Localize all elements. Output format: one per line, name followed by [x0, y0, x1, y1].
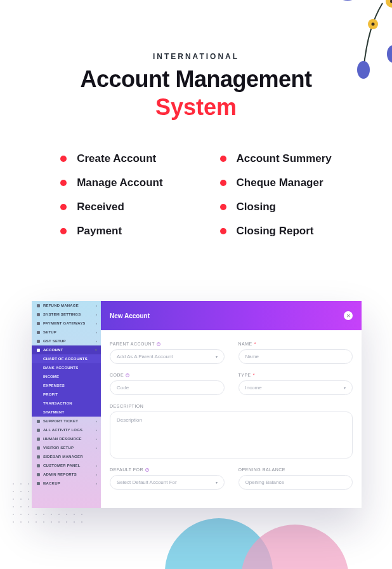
- chevron-right-icon: ›: [96, 464, 97, 467]
- sidebar-subitem-chart-of-accounts[interactable]: CHART OF ACCOUNTS: [32, 354, 101, 363]
- chevron-down-icon: ▾: [344, 385, 346, 390]
- chevron-right-icon: ›: [96, 437, 97, 441]
- input-placeholder: Code: [117, 385, 129, 391]
- sidebar-item-label: SYSTEM SETTINGS: [43, 312, 81, 316]
- feature-item: Cheque Manager: [220, 177, 332, 189]
- feature-item: Manage Account: [60, 177, 162, 189]
- sidebar-item-label: SETUP: [43, 330, 56, 334]
- sidebar-subitem-income[interactable]: INCOME: [32, 372, 101, 381]
- sidebar-subitem-transaction[interactable]: TRANSACTION: [32, 399, 101, 408]
- type-select[interactable]: Income▾: [238, 380, 353, 395]
- database-icon: [37, 482, 40, 485]
- sidebar-item-gst-setup[interactable]: GST SETUP›: [32, 337, 101, 345]
- feature-col-left: Create Account Manage Account Received P…: [60, 152, 162, 249]
- sidebar-subitem-expenses[interactable]: EXPENSES: [32, 381, 101, 390]
- sidebar-item-admin-reports[interactable]: ADMIN REPORTS›: [32, 470, 101, 479]
- sidebar-item-payment-gateways[interactable]: PAYMENT GATEWAYS›: [32, 319, 101, 328]
- feature-label: Received: [77, 201, 124, 213]
- bullet-icon: [220, 228, 226, 234]
- wrench-icon: [37, 331, 40, 334]
- sidebar-item-system-settings[interactable]: SYSTEM SETTINGS›: [32, 310, 101, 319]
- user-icon: [37, 464, 40, 467]
- feature-label: Closing: [237, 201, 276, 213]
- bullet-icon: [60, 180, 67, 186]
- sidebar-item-label: HUMAN RESOURCE: [43, 437, 82, 441]
- feature-columns: Create Account Manage Account Received P…: [0, 152, 392, 249]
- sidebar-item-customer-panel[interactable]: CUSTOMER PANEL›: [32, 461, 101, 470]
- sidebar-subitem-profit[interactable]: PROFIT: [32, 390, 101, 399]
- list-icon: [37, 429, 40, 432]
- sidebar-item-label: INCOME: [43, 375, 59, 378]
- sidebar-item-label: GST SETUP: [43, 339, 66, 343]
- card-icon: [37, 322, 40, 325]
- label-type: TYPE *: [238, 373, 353, 377]
- textarea-placeholder: Description: [117, 417, 142, 423]
- label-opening-balance: OPENING BALANCE: [238, 467, 353, 472]
- sidebar-item-label: PAYMENT GATEWAYS: [43, 321, 86, 325]
- feature-label: Payment: [77, 225, 122, 238]
- sidebar-subitem-statement[interactable]: STATMENT: [32, 408, 101, 417]
- info-icon[interactable]: ?: [145, 468, 149, 472]
- modal-header: New Account ✕: [101, 301, 362, 330]
- input-placeholder: Opening Balance: [245, 479, 284, 485]
- door-icon: [37, 446, 40, 450]
- description-textarea[interactable]: Description: [110, 412, 353, 459]
- feature-item: Payment: [60, 225, 162, 238]
- sidebar-item-label: REFUND MANAGE: [43, 304, 79, 307]
- code-input[interactable]: Code: [110, 380, 225, 395]
- sidebar-item-refund-manage[interactable]: REFUND MANAGE›: [32, 301, 101, 310]
- sidebar-item-backup[interactable]: BACKUP›: [32, 479, 101, 488]
- chevron-right-icon: ›: [96, 304, 97, 307]
- info-icon[interactable]: ?: [157, 342, 160, 346]
- name-input[interactable]: Name: [238, 349, 353, 364]
- hero: INTERNATIONAL Account Management System: [0, 0, 392, 121]
- chevron-down-icon: ▾: [216, 480, 218, 485]
- sidebar-subitem-bank-accounts[interactable]: BANK ACCOUNTS: [32, 363, 101, 372]
- info-icon[interactable]: ?: [126, 373, 129, 377]
- close-button[interactable]: ✕: [344, 311, 353, 320]
- sidebar-item-sidebar-manager[interactable]: SIDEBAR MANAGER: [32, 452, 101, 461]
- chevron-right-icon: ›: [96, 312, 97, 316]
- sidebar-item-human-resource[interactable]: HUMAN RESOURCE›: [32, 434, 101, 443]
- feature-item: Create Account: [60, 152, 162, 165]
- sidebar-item-label: BANK ACCOUNTS: [43, 366, 78, 370]
- sidebar-item-label: ALL ACTIVITY LOGS: [43, 428, 82, 432]
- feature-item: Closing: [220, 201, 332, 213]
- chevron-down-icon: ▾: [216, 354, 218, 359]
- chevron-right-icon: ›: [96, 446, 97, 450]
- sidebar-item-support-ticket[interactable]: SUPPORT TICKET›: [32, 417, 101, 425]
- sidebar-item-label: TRANSACTION: [43, 401, 72, 405]
- bullet-icon: [60, 156, 67, 162]
- default-for-select[interactable]: Select Default Account For▾: [110, 475, 225, 490]
- feature-label: Manage Account: [77, 177, 162, 189]
- sidebar-item-label: SUPPORT TICKET: [43, 419, 78, 423]
- feature-item: Account Summery: [220, 152, 332, 165]
- label-name: NAME *: [238, 342, 353, 346]
- select-value: Add As A Parent Account: [117, 354, 173, 359]
- feature-label: Account Summery: [237, 152, 332, 165]
- chevron-right-icon: ›: [96, 472, 97, 476]
- close-icon: ✕: [346, 313, 351, 319]
- sidebar-item-label: BACKUP: [43, 481, 60, 485]
- bullet-icon: [220, 156, 226, 162]
- chevron-right-icon: ›: [96, 321, 97, 325]
- feature-label: Closing Report: [237, 225, 314, 238]
- sidebar-item-label: STATMENT: [43, 410, 64, 414]
- bullet-icon: [60, 204, 67, 210]
- opening-balance-input[interactable]: Opening Balance: [238, 475, 353, 490]
- percent-icon: [37, 340, 40, 343]
- chevron-right-icon: ›: [96, 419, 97, 423]
- feature-label: Cheque Manager: [237, 177, 323, 189]
- bars-icon: [37, 455, 40, 459]
- label-description: DESCRIPTION: [110, 404, 353, 408]
- sidebar-item-activity-logs[interactable]: ALL ACTIVITY LOGS›: [32, 425, 101, 434]
- sidebar-item-setup[interactable]: SETUP›: [32, 328, 101, 337]
- sidebar-item-account[interactable]: ACCOUNT▾: [32, 345, 101, 354]
- parent-account-select[interactable]: Add As A Parent Account▾: [110, 349, 225, 364]
- label-parent-account: PARENT ACCOUNT?: [110, 342, 225, 346]
- ticket-icon: [37, 420, 40, 423]
- input-placeholder: Name: [245, 354, 259, 359]
- decorative-blob-pink: [241, 525, 349, 569]
- sidebar-item-label: CUSTOMER PANEL: [43, 464, 81, 467]
- sidebar-item-visitor-setup[interactable]: VISITOR SETUP›: [32, 443, 101, 452]
